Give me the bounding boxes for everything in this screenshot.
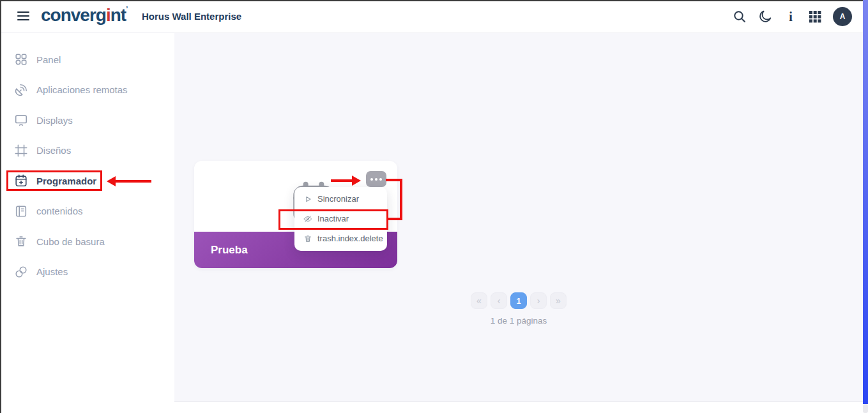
info-icon[interactable]: i bbox=[783, 9, 798, 24]
annotation-connector-vertical bbox=[400, 179, 402, 220]
trash-icon bbox=[14, 234, 28, 248]
monitor-icon bbox=[14, 113, 28, 127]
menu-item-label: trash.index.delete bbox=[317, 234, 383, 243]
sidebar-item-aplicaciones-remotas[interactable]: Aplicaciones remotas bbox=[14, 80, 174, 100]
satellite-dish-icon bbox=[14, 83, 28, 97]
pagination-last-button[interactable]: » bbox=[550, 292, 567, 309]
frame-icon bbox=[14, 144, 28, 158]
convergint-logo: convergint’ bbox=[41, 5, 127, 26]
sidebar-item-label: Panel bbox=[36, 54, 61, 65]
logo-part: converg bbox=[41, 5, 106, 25]
sidebar-item-cubo-de-basura[interactable]: Cubo de basura bbox=[14, 231, 174, 252]
search-icon[interactable] bbox=[732, 9, 747, 24]
vertical-scrollbar[interactable] bbox=[863, 0, 868, 404]
sidebar-item-label: Diseños bbox=[36, 145, 71, 156]
ellipsis-more-button[interactable] bbox=[366, 171, 386, 187]
sidebar-item-label: Aplicaciones remotas bbox=[36, 84, 128, 95]
annotation-arrow-left-shaft bbox=[115, 180, 151, 183]
card-title: Prueba bbox=[211, 244, 248, 257]
menu-item-trash-index-delete[interactable]: trash.index.delete bbox=[294, 229, 387, 248]
apps-grid-icon[interactable] bbox=[807, 9, 823, 24]
avatar-initial: A bbox=[840, 12, 846, 21]
moon-icon[interactable] bbox=[758, 9, 773, 24]
menu-item-sincronizar[interactable]: Sincronizar bbox=[294, 189, 387, 209]
sidebar-item-contenidos[interactable]: contenidos bbox=[14, 201, 174, 222]
sidebar: Panel Aplicaciones remotas Displays Dise… bbox=[0, 33, 174, 410]
annotation-connector-bottom bbox=[388, 218, 402, 220]
play-icon bbox=[303, 195, 312, 204]
annotation-arrow-right-shaft bbox=[331, 179, 353, 182]
sidebar-item-label: Ajustes bbox=[36, 266, 68, 277]
window-edge-left bbox=[0, 0, 1, 413]
links-icon bbox=[14, 265, 28, 279]
pagination-first-button[interactable]: « bbox=[471, 292, 487, 309]
annotation-arrow-right-head bbox=[352, 176, 361, 186]
annotation-box-programador bbox=[6, 170, 102, 191]
pagination-page-1-button[interactable]: 1 bbox=[510, 292, 527, 309]
app-window: convergint’ Horus Wall Enterprise i A Pa… bbox=[0, 0, 868, 413]
scrollbar-track-end bbox=[863, 404, 868, 413]
sidebar-item-displays[interactable]: Displays bbox=[14, 110, 174, 130]
pagination-prev-button[interactable]: ‹ bbox=[491, 292, 507, 309]
sidebar-item-ajustes[interactable]: Ajustes bbox=[14, 262, 174, 282]
document-icon bbox=[14, 204, 28, 218]
avatar[interactable]: A bbox=[833, 7, 852, 26]
logo-red-i: i bbox=[106, 5, 110, 25]
annotation-box-inactivar bbox=[278, 209, 388, 230]
menu-item-label: Sincronizar bbox=[317, 194, 359, 204]
sidebar-item-panel[interactable]: Panel bbox=[14, 49, 174, 70]
sidebar-item-disenos[interactable]: Diseños bbox=[14, 140, 174, 161]
hamburger-menu-icon[interactable] bbox=[17, 11, 29, 21]
sidebar-item-label: Cubo de basura bbox=[36, 236, 105, 247]
pagination-summary: 1 de 1 páginas bbox=[471, 316, 567, 326]
annotation-arrow-left-head bbox=[107, 176, 116, 186]
pagination: « ‹ 1 › » bbox=[471, 292, 567, 309]
top-header: convergint’ Horus Wall Enterprise i A bbox=[0, 0, 868, 33]
app-title: Horus Wall Enterprise bbox=[142, 11, 241, 22]
window-edge-top bbox=[0, 0, 868, 1]
logo-part: nt bbox=[110, 5, 126, 25]
sidebar-item-label: contenidos bbox=[36, 206, 83, 216]
trash-icon bbox=[303, 234, 312, 243]
pagination-next-button[interactable]: › bbox=[530, 292, 547, 309]
sidebar-item-label: Displays bbox=[36, 115, 73, 126]
logo-trademark: ’ bbox=[126, 5, 127, 13]
dashboard-icon bbox=[14, 52, 28, 66]
